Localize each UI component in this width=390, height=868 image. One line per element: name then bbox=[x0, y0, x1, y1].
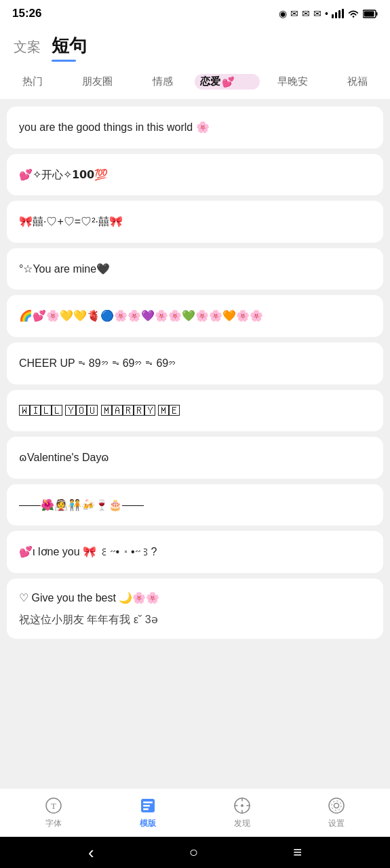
nav-font[interactable]: T 字体 bbox=[7, 796, 101, 829]
list-item[interactable]: you are the good things in this world 🌸 bbox=[7, 106, 383, 149]
tab-love[interactable]: 恋爱 💕 bbox=[195, 71, 260, 92]
header-main-title: 短句 bbox=[52, 34, 87, 62]
home-button[interactable]: ○ bbox=[189, 844, 198, 861]
discover-icon bbox=[233, 796, 252, 815]
tab-emotion[interactable]: 情感 bbox=[130, 73, 195, 91]
list-item[interactable]: 💕ι lơne you 🎀 ꒰˶• ༝ •˶꒱? bbox=[7, 531, 383, 573]
dot-icon: • bbox=[325, 8, 328, 19]
svg-rect-6 bbox=[364, 11, 374, 16]
tab-hot[interactable]: 热门 bbox=[0, 73, 65, 91]
list-item[interactable]: 🎀囍·♡+♡=♡²·囍🎀 bbox=[7, 201, 383, 243]
header-title-row: 文案 短句 bbox=[14, 34, 376, 62]
battery-icon bbox=[363, 9, 378, 18]
card-line2: 祝这位小朋友 年年有我 ε˘ 3ə bbox=[19, 611, 371, 629]
list-item[interactable]: °☆You are mine🖤 bbox=[7, 248, 383, 290]
content-list: you are the good things in this world 🌸 … bbox=[0, 100, 390, 788]
wifi-icon bbox=[347, 9, 359, 18]
svg-point-20 bbox=[334, 804, 338, 808]
header: 文案 短句 bbox=[0, 27, 390, 67]
tab-love-pill: 恋爱 💕 bbox=[195, 74, 260, 90]
svg-rect-1 bbox=[335, 12, 337, 18]
settings-icon bbox=[327, 796, 346, 815]
tab-blessing[interactable]: 祝福 bbox=[325, 73, 390, 91]
svg-rect-0 bbox=[332, 14, 334, 18]
status-icons: ◉ ✉ ✉ ✉ • bbox=[279, 8, 378, 19]
nav-discover-label: 发现 bbox=[234, 818, 250, 829]
nav-font-label: 字体 bbox=[45, 818, 62, 829]
card-line1: ♡ Give you the best 🌙🌸🌸 bbox=[19, 589, 371, 607]
menu-button[interactable]: ≡ bbox=[293, 844, 302, 861]
list-item[interactable]: ♡ Give you the best 🌙🌸🌸 祝这位小朋友 年年有我 ε˘ 3… bbox=[7, 578, 383, 639]
svg-rect-12 bbox=[143, 808, 149, 810]
nav-settings[interactable]: 设置 bbox=[289, 796, 383, 829]
svg-point-21 bbox=[332, 801, 341, 810]
header-subtitle: 文案 bbox=[14, 38, 41, 56]
svg-point-19 bbox=[329, 798, 344, 813]
nav-template-label: 模版 bbox=[140, 818, 156, 829]
list-item[interactable]: 🌈💕🌸💛💛🫀🔵🌸🌸💜🌸🌸💚🌸🌸🧡🌸🌸 bbox=[7, 295, 383, 337]
tab-bar: 热门 朋友圈 情感 恋爱 💕 早晚安 祝福 bbox=[0, 67, 390, 100]
font-icon: T bbox=[44, 796, 63, 815]
task-icon: ◉ bbox=[279, 8, 287, 19]
svg-rect-2 bbox=[338, 10, 340, 18]
svg-rect-3 bbox=[342, 9, 344, 18]
svg-rect-5 bbox=[376, 12, 378, 16]
svg-rect-10 bbox=[143, 802, 153, 804]
list-item[interactable]: ɷValentine's Dayɷ bbox=[7, 437, 383, 479]
list-item[interactable]: CHEER UP ᯓ89ᯂᯓ69ᯂᯓ69ᯂ bbox=[7, 342, 383, 384]
svg-point-14 bbox=[241, 804, 243, 807]
list-item[interactable]: 💕✧开心✧𝟭𝟬𝟬💯 bbox=[7, 154, 383, 196]
nav-settings-label: 设置 bbox=[328, 818, 345, 829]
nav-discover[interactable]: 发现 bbox=[195, 796, 290, 829]
nav-template[interactable]: 模版 bbox=[101, 796, 195, 829]
mail-icon2: ✉ bbox=[302, 8, 310, 19]
mail-icon3: ✉ bbox=[313, 8, 321, 19]
list-item[interactable]: ——🌺👰🧑‍🤝‍🧑🍻🍷🎂—— bbox=[7, 484, 383, 526]
signal-icon bbox=[332, 9, 344, 18]
system-bar: ‹ ○ ≡ bbox=[0, 837, 390, 868]
tab-friends[interactable]: 朋友圈 bbox=[65, 73, 130, 91]
svg-text:T: T bbox=[51, 801, 56, 811]
tab-morning[interactable]: 早晚安 bbox=[260, 73, 325, 91]
template-icon bbox=[138, 796, 157, 815]
back-button[interactable]: ‹ bbox=[88, 842, 94, 863]
love-emoji: 💕 bbox=[222, 76, 235, 88]
list-item[interactable]: 🅆🄸🄻🄻 🅈🄾🅄 🄼🄰🅁🅁🅈 🄼🄴 bbox=[7, 390, 383, 432]
status-bar: 15:26 ◉ ✉ ✉ ✉ • bbox=[0, 0, 390, 27]
mail-icon1: ✉ bbox=[290, 8, 298, 19]
status-time: 15:26 bbox=[12, 7, 41, 20]
svg-rect-11 bbox=[143, 805, 150, 807]
bottom-nav: T 字体 模版 发现 bbox=[0, 788, 390, 837]
